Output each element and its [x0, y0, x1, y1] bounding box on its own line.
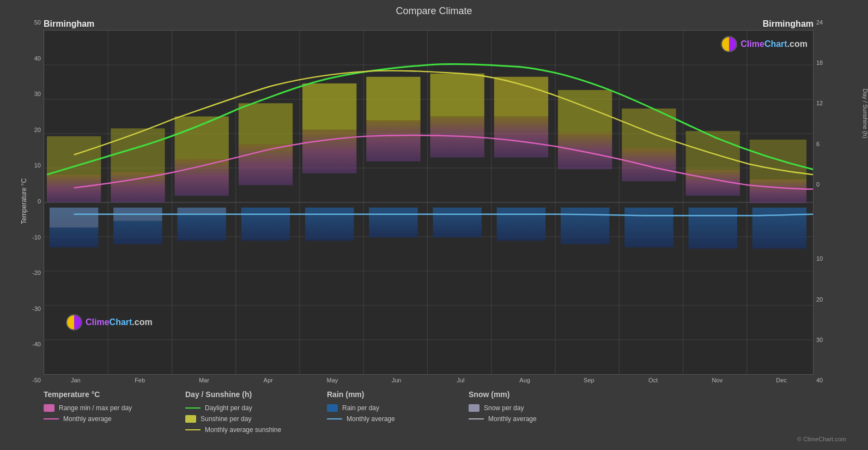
- svg-rect-35: [47, 175, 101, 202]
- y-tick-r: 18: [816, 59, 823, 66]
- legend-swatch-rain: [327, 404, 338, 412]
- y-tick-r: 12: [816, 100, 823, 106]
- svg-rect-46: [750, 179, 806, 203]
- x-tick-jan: Jan: [44, 377, 108, 383]
- legend-item-avg-sunshine: Monthly average sunshine: [185, 426, 294, 434]
- x-tick-dec: Dec: [749, 377, 814, 383]
- legend-label-avg-sunshine: Monthly average sunshine: [205, 426, 281, 434]
- y-tick: -20: [32, 269, 41, 276]
- chart-canvas: ClimeChart.com ClimeChart.com: [44, 30, 814, 375]
- y-axis-right: 24 18 12 6 0 10 20 30 40 Day / Sunshine …: [814, 19, 857, 383]
- legend-line-daylight: [185, 407, 201, 409]
- svg-rect-48: [111, 128, 165, 172]
- svg-rect-51: [302, 83, 356, 130]
- logo-icon-bl: [66, 314, 82, 331]
- y-axis-right-inner: 24 18 12 6 0 10 20 30 40: [814, 19, 857, 383]
- legend-item-range: Range min / max per day: [44, 404, 153, 412]
- page-title: Compare Climate: [11, 5, 857, 17]
- x-tick-may: May: [300, 377, 365, 383]
- y-tick-r: 20: [816, 296, 823, 303]
- y-tick-r: 30: [816, 337, 823, 343]
- watermark-bottom-left: ClimeChart.com: [66, 314, 153, 331]
- legend-swatch-snow: [469, 404, 479, 412]
- chart-svg: [44, 31, 813, 374]
- legend-label-range: Range min / max per day: [59, 404, 132, 412]
- legend-item-daylight: Daylight per day: [185, 404, 294, 412]
- main-container: Compare Climate Temperature °C 50 40 30 …: [0, 0, 868, 450]
- svg-rect-33: [688, 208, 737, 249]
- svg-rect-55: [558, 90, 612, 133]
- legend-item-rain: Rain per day: [327, 404, 436, 412]
- legend-item-sunshine: Sunshine per day: [185, 415, 294, 423]
- copyright: © ClimeChart.com: [11, 436, 857, 445]
- y-tick-r: 6: [816, 141, 820, 147]
- y-tick: -10: [32, 234, 41, 241]
- legend: Temperature °C Range min / max per day M…: [11, 383, 857, 436]
- watermark-dot-bl: .com: [132, 317, 152, 327]
- x-tick-nov: Nov: [685, 377, 750, 383]
- svg-rect-25: [177, 208, 226, 214]
- svg-rect-27: [305, 208, 354, 241]
- location-right: Birmingham: [763, 19, 814, 29]
- legend-group-title-snow: Snow (mm): [469, 390, 578, 399]
- svg-rect-30: [497, 208, 545, 241]
- svg-rect-34: [752, 208, 806, 249]
- svg-rect-39: [302, 130, 356, 173]
- y-tick: -30: [32, 305, 41, 312]
- y-tick: 0: [38, 198, 41, 205]
- legend-label-snow: Snow per day: [484, 404, 524, 412]
- y-tick: 50: [34, 19, 41, 26]
- y-tick: -50: [32, 377, 41, 383]
- y-tick: 40: [34, 55, 41, 62]
- legend-line-monthly-avg-rain: [327, 418, 342, 419]
- y-tick-r: 24: [816, 19, 823, 26]
- watermark-dot: .com: [787, 39, 808, 49]
- legend-group-temperature: Temperature °C Range min / max per day M…: [44, 390, 153, 434]
- legend-swatch-range: [44, 404, 54, 412]
- svg-rect-36: [111, 172, 165, 202]
- svg-rect-56: [622, 109, 676, 148]
- y-tick: 10: [34, 162, 41, 169]
- x-tick-jun: Jun: [365, 377, 429, 383]
- svg-rect-52: [366, 77, 420, 121]
- watermark-chart: Chart: [764, 39, 787, 49]
- x-tick-oct: Oct: [621, 377, 685, 383]
- x-tick-mar: Mar: [172, 377, 236, 383]
- legend-label-monthly-avg-rain: Monthly average: [347, 415, 395, 423]
- watermark-chart-bl: Chart: [110, 317, 132, 327]
- legend-group-title-rain: Rain (mm): [327, 390, 436, 399]
- svg-rect-53: [430, 74, 484, 117]
- svg-rect-26: [241, 208, 290, 241]
- legend-item-monthly-avg-temp: Monthly average: [44, 415, 153, 423]
- y-tick: 30: [34, 91, 41, 97]
- x-axis: Jan Feb Mar Apr May Jun Jul Aug Sep Oct …: [44, 375, 814, 383]
- svg-rect-28: [369, 208, 417, 238]
- location-left: Birmingham: [44, 19, 94, 29]
- svg-rect-44: [622, 148, 676, 182]
- chart-area: Temperature °C 50 40 30 20 10 0 -10 -20 …: [11, 19, 857, 383]
- legend-label-daylight: Daylight per day: [205, 404, 252, 412]
- svg-rect-54: [494, 77, 548, 117]
- logo-icon: [721, 36, 737, 52]
- legend-label-rain: Rain per day: [342, 404, 379, 412]
- svg-rect-47: [47, 136, 101, 175]
- legend-swatch-sunshine: [185, 415, 196, 423]
- legend-group-rain: Rain (mm) Rain per day Monthly average: [327, 390, 436, 434]
- y-tick: 20: [34, 127, 41, 133]
- legend-line-monthly-avg-snow: [469, 418, 484, 419]
- y-tick-r: 10: [816, 255, 823, 262]
- x-tick-jul: Jul: [429, 377, 493, 383]
- legend-item-monthly-avg-rain: Monthly average: [327, 415, 436, 423]
- watermark-text: ClimeChart.com: [740, 39, 808, 49]
- y-axis-right-label1: Day / Sunshine (h): [861, 88, 868, 138]
- svg-rect-42: [494, 117, 548, 158]
- watermark-clime: Clime: [740, 39, 764, 49]
- svg-rect-49: [174, 117, 228, 159]
- svg-rect-40: [366, 121, 420, 161]
- legend-group-title-sunshine: Day / Sunshine (h): [185, 390, 294, 399]
- legend-line-monthly-avg-temp: [44, 418, 59, 419]
- legend-item-monthly-avg-snow: Monthly average: [469, 415, 578, 423]
- svg-rect-32: [624, 208, 673, 248]
- x-tick-apr: Apr: [236, 377, 300, 383]
- y-tick-r: 0: [816, 181, 820, 188]
